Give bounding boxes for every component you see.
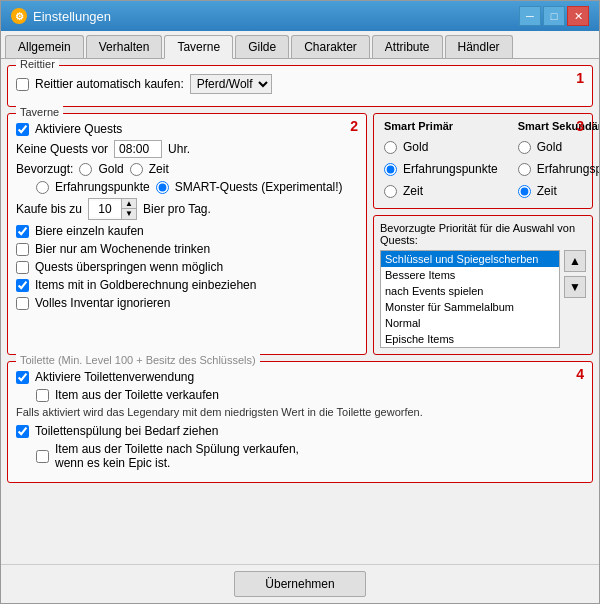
tab-verhalten[interactable]: Verhalten (86, 35, 163, 58)
priority-down-button[interactable]: ▼ (564, 276, 586, 298)
smart-secondary-title: Smart Sekundär (518, 120, 599, 132)
tab-gilde[interactable]: Gilde (235, 35, 289, 58)
flush-checkbox[interactable] (16, 425, 29, 438)
inventar-label[interactable]: Volles Inventar ignorieren (35, 296, 170, 310)
smart-p-gold-radio[interactable] (384, 141, 397, 154)
list-item[interactable]: Schlüssel und Spiegelscherben (381, 251, 559, 267)
buy-label: Kaufe bis zu (16, 202, 82, 216)
preferred-smart-radio[interactable] (156, 181, 169, 194)
preferred-gold-label[interactable]: Gold (98, 162, 123, 176)
biere-einzeln-checkbox[interactable] (16, 225, 29, 238)
apply-button[interactable]: Übernehmen (234, 571, 365, 597)
smart-secondary-col: Smart Sekundär Gold Erfahrungspunkte Zei… (518, 120, 599, 202)
preferred-ep-label[interactable]: Erfahrungspunkte (55, 180, 150, 194)
smart-s-gold-radio[interactable] (518, 141, 531, 154)
smart-s-time-radio[interactable] (518, 185, 531, 198)
activate-quests-row: Aktiviere Quests (16, 122, 358, 136)
main-panels: Taverne 2 Aktiviere Quests Keine Quests … (7, 113, 593, 355)
activate-toilette-label[interactable]: Aktiviere Toilettenverwendung (35, 370, 194, 384)
flush-sub-checkbox-row: Item aus der Toilette nach Spülung verka… (36, 442, 584, 470)
smart-s-time-label[interactable]: Zeit (537, 184, 557, 198)
priority-up-button[interactable]: ▲ (564, 250, 586, 272)
flush-row: Toilettenspülung bei Bedarf ziehen (16, 424, 584, 438)
buy-spinner[interactable]: ▲ ▼ (88, 198, 137, 220)
list-item[interactable]: Epische Items (381, 331, 559, 347)
time-suffix: Uhr. (168, 142, 190, 156)
tab-allgemein[interactable]: Allgemein (5, 35, 84, 58)
preferred-gold-radio[interactable] (79, 163, 92, 176)
gold-items-checkbox[interactable] (16, 279, 29, 292)
list-item[interactable]: Bessere Items (381, 267, 559, 283)
window-title: Einstellungen (33, 9, 111, 24)
buy-row: Kaufe bis zu ▲ ▼ Bier pro Tag. (16, 198, 358, 220)
spin-down-btn[interactable]: ▼ (122, 209, 136, 219)
toilette-group-label: Toilette (Min. Level 100 + Besitz des Sc… (16, 354, 260, 366)
toilette-note: Falls aktiviert wird das Legendary mit d… (16, 406, 584, 418)
tab-haendler[interactable]: Händler (445, 35, 513, 58)
inventar-row: Volles Inventar ignorieren (16, 296, 358, 310)
section-number-1: 1 (576, 70, 584, 86)
taverne-panel: Taverne 2 Aktiviere Quests Keine Quests … (7, 113, 367, 355)
tab-bar: Allgemein Verhalten Taverne Gilde Charak… (1, 31, 599, 59)
spin-up-btn[interactable]: ▲ (122, 199, 136, 209)
close-button[interactable]: ✕ (567, 6, 589, 26)
flush-sell-checkbox[interactable] (36, 450, 49, 463)
minimize-button[interactable]: ─ (519, 6, 541, 26)
right-panel: 3 Smart Primär Gold Erfahrungspunkte (373, 113, 593, 355)
smart-group: 3 Smart Primär Gold Erfahrungspunkte (373, 113, 593, 209)
tab-content: Reittier 1 Reittier automatisch kaufen: … (1, 59, 599, 564)
gold-items-label[interactable]: Items mit in Goldberechnung einbeziehen (35, 278, 256, 292)
priority-label: Bevorzugte Priorität für die Auswahl von… (380, 222, 586, 246)
preferred-ep-radio[interactable] (36, 181, 49, 194)
activate-toilette-checkbox[interactable] (16, 371, 29, 384)
preferred-smart-label[interactable]: SMART-Quests (Experimental!) (175, 180, 343, 194)
gold-items-row: Items mit in Goldberechnung einbeziehen (16, 278, 358, 292)
smart-p-ep-radio[interactable] (384, 163, 397, 176)
list-item[interactable]: nach Events spielen (381, 283, 559, 299)
buy-value-input[interactable] (89, 201, 121, 217)
quests-skip-checkbox[interactable] (16, 261, 29, 274)
biere-einzeln-label[interactable]: Biere einzeln kaufen (35, 224, 144, 238)
flush-label[interactable]: Toilettenspülung bei Bedarf ziehen (35, 424, 218, 438)
smart-p-time-label[interactable]: Zeit (403, 184, 423, 198)
reittier-checkbox-label[interactable]: Reittier automatisch kaufen: (35, 77, 184, 91)
smart-p-gold-label[interactable]: Gold (403, 140, 428, 154)
buy-suffix: Bier pro Tag. (143, 202, 211, 216)
wochenende-label[interactable]: Bier nur am Wochenende trinken (35, 242, 210, 256)
taverne-group-label: Taverne (16, 106, 63, 118)
tab-attribute[interactable]: Attribute (372, 35, 443, 58)
activate-quests-label[interactable]: Aktiviere Quests (35, 122, 122, 136)
reittier-checkbox[interactable] (16, 78, 29, 91)
inventar-checkbox[interactable] (16, 297, 29, 310)
smart-s-ep-radio[interactable] (518, 163, 531, 176)
preferred-row2: Erfahrungspunkte SMART-Quests (Experimen… (36, 180, 358, 194)
toilette-sell-label[interactable]: Item aus der Toilette verkaufen (55, 388, 219, 402)
app-icon: ⚙ (11, 8, 27, 24)
wochenende-checkbox[interactable] (16, 243, 29, 256)
toilette-group: Toilette (Min. Level 100 + Besitz des Sc… (7, 361, 593, 483)
priority-box: Bevorzugte Priorität für die Auswahl von… (373, 215, 593, 355)
reittier-dropdown[interactable]: Pferd/Wolf Pferd Wolf (190, 74, 272, 94)
smart-s-ep-label[interactable]: Erfahrungspunkte (537, 162, 599, 176)
smart-s-gold-label[interactable]: Gold (537, 140, 562, 154)
preferred-label: Bevorzugt: (16, 162, 73, 176)
smart-p-ep-label[interactable]: Erfahrungspunkte (403, 162, 498, 176)
toilette-sell-checkbox[interactable] (36, 389, 49, 402)
preferred-zeit-radio[interactable] (130, 163, 143, 176)
section-number-2: 2 (350, 118, 358, 134)
activate-quests-checkbox[interactable] (16, 123, 29, 136)
footer: Übernehmen (1, 564, 599, 603)
tab-taverne[interactable]: Taverne (164, 35, 233, 59)
list-item[interactable]: Normal (381, 315, 559, 331)
quests-time-input[interactable] (114, 140, 162, 158)
flush-sub-row: Item aus der Toilette nach Spülung verka… (36, 442, 584, 470)
smart-p-time-radio[interactable] (384, 185, 397, 198)
maximize-button[interactable]: □ (543, 6, 565, 26)
taverne-group: Taverne 2 Aktiviere Quests Keine Quests … (7, 113, 367, 355)
quests-skip-row: Quests überspringen wenn möglich (16, 260, 358, 274)
quests-skip-label[interactable]: Quests überspringen wenn möglich (35, 260, 223, 274)
tab-charakter[interactable]: Charakter (291, 35, 370, 58)
flush-sub-label[interactable]: Item aus der Toilette nach Spülung verka… (55, 442, 299, 470)
list-item[interactable]: Monster für Sammelalbum (381, 299, 559, 315)
preferred-zeit-label[interactable]: Zeit (149, 162, 169, 176)
